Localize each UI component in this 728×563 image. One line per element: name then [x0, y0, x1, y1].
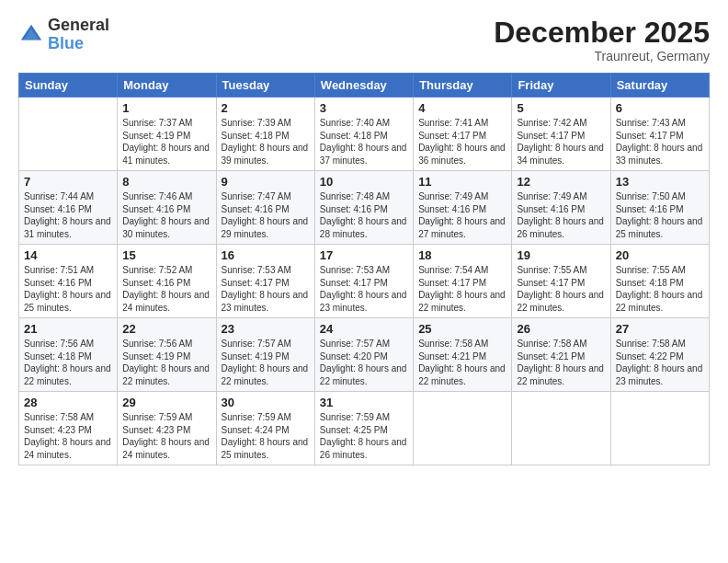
day-number: 15 — [122, 248, 210, 262]
cell-sun-info: Sunrise: 7:53 AM Sunset: 4:17 PM Dayligh… — [222, 264, 310, 314]
logo: General Blue — [18, 17, 109, 53]
day-number: 23 — [222, 322, 310, 336]
cell-sun-info: Sunrise: 7:55 AM Sunset: 4:17 PM Dayligh… — [517, 264, 605, 314]
day-number: 1 — [122, 101, 210, 115]
calendar-cell-4-6 — [610, 392, 709, 465]
calendar-cell-3-1: 22Sunrise: 7:56 AM Sunset: 4:19 PM Dayli… — [118, 318, 216, 392]
cell-sun-info: Sunrise: 7:51 AM Sunset: 4:16 PM Dayligh… — [24, 264, 112, 314]
day-number: 11 — [418, 175, 506, 189]
cell-sun-info: Sunrise: 7:58 AM Sunset: 4:21 PM Dayligh… — [418, 338, 506, 387]
day-number: 5 — [517, 101, 605, 115]
cell-sun-info: Sunrise: 7:59 AM Sunset: 4:23 PM Dayligh… — [122, 411, 210, 461]
calendar-cell-2-1: 15Sunrise: 7:52 AM Sunset: 4:16 PM Dayli… — [118, 245, 216, 318]
cell-sun-info: Sunrise: 7:55 AM Sunset: 4:18 PM Dayligh… — [616, 264, 704, 314]
cell-sun-info: Sunrise: 7:59 AM Sunset: 4:24 PM Dayligh… — [222, 411, 310, 461]
cell-sun-info: Sunrise: 7:58 AM Sunset: 4:22 PM Dayligh… — [616, 338, 704, 387]
calendar-cell-4-5 — [512, 392, 610, 465]
cell-sun-info: Sunrise: 7:58 AM Sunset: 4:23 PM Dayligh… — [24, 411, 112, 461]
calendar-cell-4-3: 31Sunrise: 7:59 AM Sunset: 4:25 PM Dayli… — [314, 392, 413, 465]
cell-sun-info: Sunrise: 7:59 AM Sunset: 4:25 PM Dayligh… — [320, 411, 408, 461]
cell-sun-info: Sunrise: 7:49 AM Sunset: 4:16 PM Dayligh… — [418, 190, 506, 240]
cell-sun-info: Sunrise: 7:42 AM Sunset: 4:17 PM Dayligh… — [517, 117, 605, 167]
calendar-cell-0-6: 6Sunrise: 7:43 AM Sunset: 4:17 PM Daylig… — [610, 98, 709, 171]
day-number: 14 — [24, 248, 112, 262]
col-monday: Monday — [118, 74, 216, 98]
calendar-cell-0-3: 3Sunrise: 7:40 AM Sunset: 4:18 PM Daylig… — [314, 98, 413, 171]
logo-text: General Blue — [48, 17, 109, 53]
day-number: 19 — [517, 248, 605, 262]
cell-sun-info: Sunrise: 7:39 AM Sunset: 4:18 PM Dayligh… — [222, 117, 310, 167]
calendar-cell-0-1: 1Sunrise: 7:37 AM Sunset: 4:19 PM Daylig… — [118, 98, 216, 171]
day-number: 9 — [222, 175, 310, 189]
calendar-row-0: 1Sunrise: 7:37 AM Sunset: 4:19 PM Daylig… — [19, 98, 710, 171]
calendar-cell-2-4: 18Sunrise: 7:54 AM Sunset: 4:17 PM Dayli… — [414, 245, 512, 318]
calendar-cell-2-0: 14Sunrise: 7:51 AM Sunset: 4:16 PM Dayli… — [19, 245, 118, 318]
cell-sun-info: Sunrise: 7:58 AM Sunset: 4:21 PM Dayligh… — [517, 338, 605, 387]
day-number: 8 — [122, 175, 210, 189]
day-number: 3 — [320, 101, 408, 115]
title-block: December 2025 Traunreut, Germany — [494, 17, 710, 63]
day-number: 25 — [418, 322, 506, 336]
cell-sun-info: Sunrise: 7:47 AM Sunset: 4:16 PM Dayligh… — [222, 190, 310, 240]
day-number: 6 — [616, 101, 704, 115]
cell-sun-info: Sunrise: 7:57 AM Sunset: 4:19 PM Dayligh… — [222, 338, 310, 387]
cell-sun-info: Sunrise: 7:50 AM Sunset: 4:16 PM Dayligh… — [616, 190, 704, 240]
cell-sun-info: Sunrise: 7:54 AM Sunset: 4:17 PM Dayligh… — [418, 264, 506, 314]
col-tuesday: Tuesday — [216, 74, 314, 98]
calendar-cell-0-4: 4Sunrise: 7:41 AM Sunset: 4:17 PM Daylig… — [414, 98, 512, 171]
calendar-cell-3-0: 21Sunrise: 7:56 AM Sunset: 4:18 PM Dayli… — [19, 318, 118, 392]
calendar-row-3: 21Sunrise: 7:56 AM Sunset: 4:18 PM Dayli… — [19, 318, 710, 392]
calendar-cell-4-1: 29Sunrise: 7:59 AM Sunset: 4:23 PM Dayli… — [118, 392, 216, 465]
cell-sun-info: Sunrise: 7:46 AM Sunset: 4:16 PM Dayligh… — [122, 190, 210, 240]
calendar-cell-2-3: 17Sunrise: 7:53 AM Sunset: 4:17 PM Dayli… — [314, 245, 413, 318]
calendar-cell-1-5: 12Sunrise: 7:49 AM Sunset: 4:16 PM Dayli… — [512, 171, 610, 245]
col-thursday: Thursday — [414, 74, 512, 98]
col-sunday: Sunday — [19, 74, 118, 98]
cell-sun-info: Sunrise: 7:56 AM Sunset: 4:19 PM Dayligh… — [122, 338, 210, 387]
header: General Blue December 2025 Traunreut, Ge… — [18, 17, 710, 63]
location: Traunreut, Germany — [494, 49, 710, 63]
page: General Blue December 2025 Traunreut, Ge… — [0, 0, 728, 563]
day-number: 22 — [122, 322, 210, 336]
calendar-cell-0-5: 5Sunrise: 7:42 AM Sunset: 4:17 PM Daylig… — [512, 98, 610, 171]
calendar-cell-2-6: 20Sunrise: 7:55 AM Sunset: 4:18 PM Dayli… — [610, 245, 709, 318]
cell-sun-info: Sunrise: 7:41 AM Sunset: 4:17 PM Dayligh… — [418, 117, 506, 167]
calendar-cell-4-2: 30Sunrise: 7:59 AM Sunset: 4:24 PM Dayli… — [216, 392, 314, 465]
day-number: 10 — [320, 175, 408, 189]
calendar-cell-1-1: 8Sunrise: 7:46 AM Sunset: 4:16 PM Daylig… — [118, 171, 216, 245]
logo-blue: Blue — [48, 35, 109, 53]
col-wednesday: Wednesday — [314, 74, 413, 98]
calendar-cell-1-4: 11Sunrise: 7:49 AM Sunset: 4:16 PM Dayli… — [414, 171, 512, 245]
day-number: 26 — [517, 322, 605, 336]
day-number: 7 — [24, 175, 112, 189]
day-number: 20 — [616, 248, 704, 262]
calendar-cell-3-5: 26Sunrise: 7:58 AM Sunset: 4:21 PM Dayli… — [512, 318, 610, 392]
calendar-table: Sunday Monday Tuesday Wednesday Thursday… — [18, 73, 710, 465]
day-number: 2 — [222, 101, 310, 115]
calendar-cell-4-0: 28Sunrise: 7:58 AM Sunset: 4:23 PM Dayli… — [19, 392, 118, 465]
cell-sun-info: Sunrise: 7:40 AM Sunset: 4:18 PM Dayligh… — [320, 117, 408, 167]
cell-sun-info: Sunrise: 7:48 AM Sunset: 4:16 PM Dayligh… — [320, 190, 408, 240]
calendar-row-4: 28Sunrise: 7:58 AM Sunset: 4:23 PM Dayli… — [19, 392, 710, 465]
logo-icon — [18, 22, 44, 48]
cell-sun-info: Sunrise: 7:53 AM Sunset: 4:17 PM Dayligh… — [320, 264, 408, 314]
calendar-cell-3-2: 23Sunrise: 7:57 AM Sunset: 4:19 PM Dayli… — [216, 318, 314, 392]
day-number: 29 — [122, 396, 210, 409]
calendar-cell-1-3: 10Sunrise: 7:48 AM Sunset: 4:16 PM Dayli… — [314, 171, 413, 245]
month-title: December 2025 — [494, 17, 710, 49]
calendar-cell-0-0 — [19, 98, 118, 171]
cell-sun-info: Sunrise: 7:52 AM Sunset: 4:16 PM Dayligh… — [122, 264, 210, 314]
cell-sun-info: Sunrise: 7:56 AM Sunset: 4:18 PM Dayligh… — [24, 338, 112, 387]
calendar-cell-2-5: 19Sunrise: 7:55 AM Sunset: 4:17 PM Dayli… — [512, 245, 610, 318]
day-number: 28 — [24, 396, 112, 409]
col-saturday: Saturday — [610, 74, 709, 98]
day-number: 21 — [24, 322, 112, 336]
calendar-cell-3-4: 25Sunrise: 7:58 AM Sunset: 4:21 PM Dayli… — [414, 318, 512, 392]
logo-general: General — [48, 17, 109, 35]
calendar-cell-1-6: 13Sunrise: 7:50 AM Sunset: 4:16 PM Dayli… — [610, 171, 709, 245]
calendar-row-1: 7Sunrise: 7:44 AM Sunset: 4:16 PM Daylig… — [19, 171, 710, 245]
day-number: 27 — [616, 322, 704, 336]
calendar-row-2: 14Sunrise: 7:51 AM Sunset: 4:16 PM Dayli… — [19, 245, 710, 318]
calendar-cell-1-0: 7Sunrise: 7:44 AM Sunset: 4:16 PM Daylig… — [19, 171, 118, 245]
day-number: 17 — [320, 248, 408, 262]
